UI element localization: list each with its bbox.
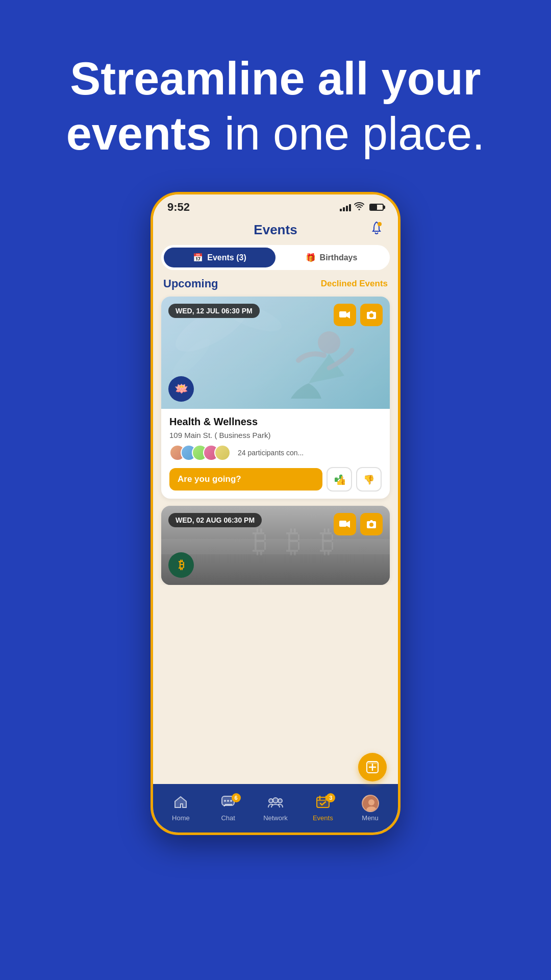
svg-point-8: [369, 313, 373, 317]
section-header: Upcoming Declined Events: [161, 277, 390, 290]
status-icons: [340, 202, 384, 212]
event-image-2: ₿ ₿ ₿ WED, 02 AUG 06:30 PM: [161, 506, 390, 585]
status-bar: 9:52: [153, 194, 398, 217]
declined-events-link[interactable]: Declined Events: [321, 279, 388, 289]
phone-frame: 9:52 Events: [151, 192, 400, 835]
events-tab-bar: 📅 Events (3) 🎁 Birthdays: [161, 245, 390, 270]
nav-menu-label: Menu: [362, 814, 379, 822]
tab-birthdays-label: Birthdays: [320, 253, 358, 262]
org-logo-2: ₿: [168, 552, 194, 578]
avatar-5: [214, 445, 231, 461]
svg-point-27: [269, 799, 273, 803]
svg-point-5: [318, 331, 340, 354]
event-date-1: WED, 12 JUL 06:30 PM: [168, 304, 260, 318]
event-participants-1: 24 participants con...: [169, 445, 382, 461]
video-icon-btn-1[interactable]: [334, 304, 356, 326]
bottom-nav: Home 6 Chat: [153, 784, 398, 832]
event-action-icons-2: [334, 513, 383, 535]
scroll-content: Upcoming Declined Events: [153, 277, 398, 585]
svg-rect-15: [339, 521, 346, 527]
svg-text:👍: 👍: [336, 475, 345, 485]
svg-point-28: [278, 799, 282, 803]
signal-bars-icon: [340, 203, 351, 211]
rsvp-question: Are you going?: [169, 468, 322, 491]
tab-events-label: Events (3): [207, 253, 246, 262]
nav-chat-label: Chat: [221, 814, 235, 822]
svg-point-23: [224, 800, 226, 802]
event-action-icons-1: [334, 304, 383, 326]
nav-events-label: Events: [313, 814, 333, 822]
event-location-1: 109 Main St. ( Business Park): [169, 431, 382, 439]
nav-network-label: Network: [263, 814, 288, 822]
svg-text:👎: 👎: [363, 474, 374, 485]
status-time: 9:52: [167, 201, 190, 214]
rsvp-bar: Are you going? 👍: [169, 467, 382, 492]
svg-point-34: [368, 799, 374, 805]
svg-point-0: [378, 222, 382, 226]
nav-chat[interactable]: 6 Chat: [205, 795, 252, 822]
nav-home-label: Home: [172, 814, 190, 822]
nav-network[interactable]: Network: [252, 795, 299, 822]
org-logo-1: 🪷: [168, 376, 194, 402]
battery-icon: [369, 204, 384, 211]
event-name-1: Health & Wellness: [169, 416, 382, 428]
photo-icon-btn-1[interactable]: [360, 304, 383, 326]
app-header: Events: [153, 217, 398, 245]
rsvp-yes-btn[interactable]: 👍: [327, 467, 352, 492]
svg-rect-6: [339, 311, 346, 317]
events-badge: 3: [326, 793, 335, 802]
upcoming-title: Upcoming: [163, 277, 218, 290]
headline-line2-bold: events: [66, 108, 212, 159]
gift-icon: 🎁: [306, 253, 316, 262]
event-image-1: WED, 12 JUL 06:30 PM: [161, 297, 390, 409]
event-info-1: Health & Wellness 109 Main St. ( Busines…: [161, 409, 390, 499]
nav-home[interactable]: Home: [157, 795, 205, 822]
wifi-icon: [354, 202, 364, 212]
nav-menu[interactable]: Menu: [346, 795, 394, 822]
network-icon: [268, 795, 283, 812]
participant-avatars: [169, 445, 226, 461]
participants-count: 24 participants con...: [238, 449, 304, 457]
event-date-2: WED, 02 AUG 06:30 PM: [168, 513, 262, 527]
headline-line2-light: in one place.: [212, 108, 485, 159]
nav-events[interactable]: 3 Events: [299, 795, 346, 822]
rsvp-no-btn[interactable]: 👎: [356, 467, 382, 492]
tab-events[interactable]: 📅 Events (3): [164, 248, 276, 267]
bell-icon[interactable]: [369, 221, 384, 239]
photo-icon-btn-2[interactable]: [360, 513, 383, 535]
video-icon-btn-2[interactable]: [334, 513, 356, 535]
svg-rect-21: [368, 762, 377, 764]
avatar-icon: [362, 795, 379, 812]
fab-add-event[interactable]: [358, 753, 387, 781]
home-icon: [173, 795, 188, 812]
svg-point-24: [227, 800, 229, 802]
event-card-2[interactable]: ₿ ₿ ₿ WED, 02 AUG 06:30 PM: [161, 506, 390, 585]
chat-badge: 6: [232, 793, 241, 802]
page-title: Events: [254, 222, 297, 238]
event-card-1[interactable]: WED, 12 JUL 06:30 PM: [161, 297, 390, 499]
headline: Streamline all your events in one place.: [26, 51, 526, 161]
headline-line1: Streamline all your: [70, 53, 481, 104]
svg-point-17: [369, 523, 373, 527]
svg-point-26: [273, 798, 278, 803]
calendar-icon: 📅: [193, 253, 203, 262]
tab-birthdays[interactable]: 🎁 Birthdays: [276, 248, 387, 267]
